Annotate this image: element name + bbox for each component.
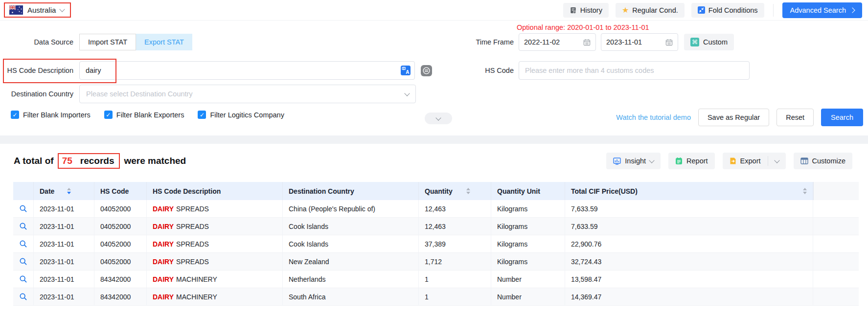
row-detail-search-icon[interactable]	[19, 293, 27, 301]
advanced-search-button[interactable]: Advanced Search	[782, 2, 862, 18]
cell-hs-description: DAIRY SPREADS	[147, 253, 283, 270]
header-label: Total CIF Price(USD)	[571, 187, 638, 195]
description-rest: MACHINERY	[176, 275, 217, 283]
search-button[interactable]: Search	[821, 109, 863, 126]
header-hs-code: HS Code	[94, 182, 147, 200]
cell-quantity: 12,463	[419, 218, 491, 235]
row-detail-search-icon[interactable]	[19, 257, 27, 266]
tutorial-demo-link[interactable]: Watch the tutorial demo	[616, 113, 691, 121]
advanced-search-label: Advanced Search	[790, 6, 846, 14]
hs-description-label: HS Code Description	[0, 67, 73, 74]
sort-control[interactable]	[67, 188, 71, 194]
translate-icon[interactable]: A	[401, 66, 411, 77]
save-as-regular-button[interactable]: Save as Regular	[698, 109, 769, 126]
row-detail-search-icon[interactable]	[19, 222, 27, 230]
data-source-tabs: Import STAT Export STAT	[79, 34, 192, 50]
cell-empty	[813, 200, 859, 217]
topbar: Australia History ★ Regular Cond. Fold	[0, 0, 868, 21]
destination-country-select[interactable]: Please select Destination Country	[79, 85, 416, 103]
cell-hs-code: 04052000	[94, 235, 147, 252]
filters-row: Filter Blank Importers Filter Blank Expo…	[0, 108, 868, 129]
cell-empty	[813, 288, 859, 305]
results-toolbar: Insight Report	[606, 153, 852, 169]
end-date-input[interactable]: 2023-11-01	[601, 33, 678, 51]
tab-import-stat[interactable]: Import STAT	[79, 34, 136, 50]
header-label: HS Code Description	[153, 187, 221, 195]
sort-control[interactable]	[466, 188, 470, 194]
country-name: Australia	[27, 6, 56, 14]
cell-total-cif-price: 13,598.47	[565, 271, 813, 288]
description-rest: SPREADS	[176, 223, 209, 230]
filter-label: Filter Logitics Company	[210, 111, 284, 119]
reset-button[interactable]: Reset	[777, 109, 814, 126]
custom-label: Custom	[703, 38, 728, 46]
hs-code-label: HS Code	[431, 67, 514, 74]
record-count: 75	[62, 156, 72, 166]
checkbox-checked-icon	[198, 111, 206, 119]
star-icon: ★	[622, 6, 629, 14]
header-label: Destination Country	[289, 187, 354, 195]
destination-country-label: Destination Country	[0, 90, 73, 98]
chevron-down-icon[interactable]	[774, 158, 779, 163]
section-divider	[0, 135, 868, 144]
row-detail-search-icon[interactable]	[19, 240, 27, 248]
header-date[interactable]: Date	[34, 182, 94, 200]
fold-conditions-label: Fold Conditions	[708, 6, 758, 14]
history-button[interactable]: History	[563, 3, 609, 18]
start-date-input[interactable]: 2022-11-02	[519, 33, 596, 51]
header-destination-country: Destination Country	[283, 182, 419, 200]
custom-range-button[interactable]: ⌘ Custom	[684, 34, 734, 50]
cell-hs-code: 84342000	[94, 271, 147, 288]
keyword-highlight: DAIRY	[153, 240, 174, 248]
collapse-conditions-toggle[interactable]	[425, 113, 452, 124]
cell-quantity-unit: Number	[491, 288, 565, 305]
summary-suffix: were matched	[124, 156, 186, 166]
cell-date: 2023-11-01	[34, 253, 94, 270]
insight-button[interactable]: Insight	[606, 153, 661, 169]
header-hs-description: HS Code Description	[147, 182, 283, 200]
header-quantity[interactable]: Quantity	[419, 182, 491, 200]
filter-logistics-company-checkbox[interactable]: Filter Logitics Company	[198, 111, 284, 119]
table-header-row: Date HS Code HS Code Description Destina…	[13, 182, 859, 200]
cell-total-cif-price: 7,633.59	[565, 200, 813, 217]
country-selector[interactable]: Australia	[4, 2, 71, 18]
cell-destination-country: South Africa	[283, 288, 419, 305]
cell-destination-country: Netherlands	[283, 271, 419, 288]
tab-export-stat[interactable]: Export STAT	[136, 34, 192, 50]
export-icon	[730, 157, 736, 165]
chevron-down-icon	[60, 6, 65, 12]
table-body: 2023-11-01 04052000 DAIRY SPREADS China …	[13, 200, 859, 306]
export-split-divider	[768, 156, 768, 166]
export-label: Export	[740, 157, 761, 165]
filter-blank-importers-checkbox[interactable]: Filter Blank Importers	[11, 111, 91, 119]
regular-cond-button[interactable]: ★ Regular Cond.	[616, 3, 685, 18]
cell-date: 2023-11-01	[34, 200, 94, 217]
results-section: A total of 75 records were matched Insig…	[0, 144, 868, 306]
calendar-icon	[665, 39, 673, 46]
end-date-value: 2023-11-01	[606, 38, 642, 46]
header-total-cif-price[interactable]: Total CIF Price(USD)	[565, 182, 813, 200]
cell-hs-description: DAIRY SPREADS	[147, 218, 283, 235]
cell-hs-code: 04052000	[94, 253, 147, 270]
filter-blank-exporters-checkbox[interactable]: Filter Blank Exporters	[104, 111, 184, 119]
header-icon-column	[13, 182, 34, 200]
sort-control[interactable]	[803, 188, 807, 194]
report-button[interactable]: Report	[668, 153, 715, 169]
search-form: Optional range: 2020-01-01 to 2023-11-01…	[0, 21, 868, 135]
cell-hs-description: DAIRY MACHINERY	[147, 271, 283, 288]
row-detail-search-icon[interactable]	[19, 275, 27, 283]
cell-hs-code: 84342000	[94, 288, 147, 305]
australia-flag-icon	[9, 5, 23, 15]
export-button[interactable]: Export	[723, 153, 786, 169]
header-empty-column	[813, 182, 859, 200]
fold-conditions-button[interactable]: Fold Conditions	[691, 3, 764, 18]
cell-hs-description: DAIRY MACHINERY	[147, 288, 283, 305]
hs-description-input[interactable]	[79, 61, 415, 80]
hs-code-input[interactable]	[519, 61, 750, 80]
report-label: Report	[686, 157, 708, 165]
cell-empty	[813, 271, 859, 288]
cell-destination-country: Cook Islands	[283, 235, 419, 252]
customize-button[interactable]: Customize	[794, 153, 853, 169]
svg-text:A: A	[406, 69, 409, 75]
row-detail-search-icon[interactable]	[19, 204, 27, 213]
